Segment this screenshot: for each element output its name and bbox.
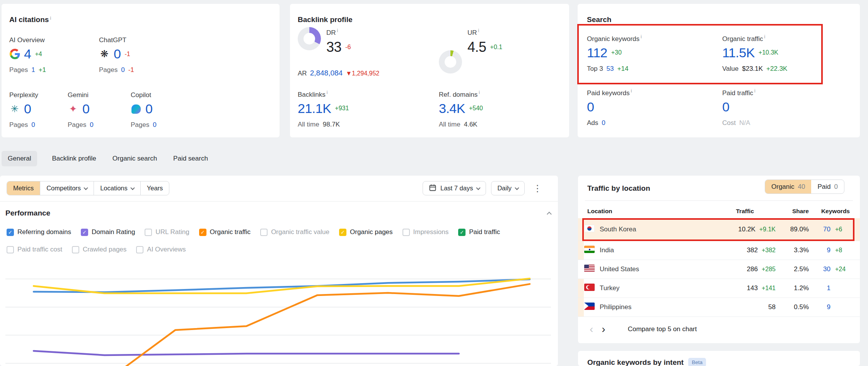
backlink-profile-card: Backlink profile DRi 33-6 AR 2,848,084 ▼… — [290, 4, 569, 137]
search-title: Search — [587, 15, 611, 24]
copilot-value[interactable]: 0 — [145, 101, 152, 116]
metric-checkbox-referring-domains[interactable]: ✓Referring domains — [7, 228, 71, 236]
ref-domains-value[interactable]: 3.4K — [439, 101, 465, 116]
table-row-turkey[interactable]: Turkey 143+141 1.2% 1 — [578, 279, 860, 298]
gemini-icon: ✦ — [68, 104, 78, 115]
beta-badge: Beta — [688, 358, 706, 366]
keywords-link[interactable]: 9 — [827, 246, 830, 254]
backlinks-stat: Backlinksi 21.1K+931 All time98.7K — [298, 90, 349, 128]
metric-checkbox-organic-pages[interactable]: ✓Organic pages — [339, 228, 393, 236]
metric-checkbox-ai-overviews[interactable]: AI Overviews — [136, 246, 186, 253]
table-row-united-states[interactable]: United States 286+285 2.5% 30 +24 — [578, 260, 860, 279]
row-highlight-strip — [578, 279, 584, 298]
metric-checkbox-paid-traffic[interactable]: ✓Paid traffic — [458, 228, 500, 236]
years-filter-button[interactable]: Years — [140, 181, 169, 195]
metric-checkbox-impressions[interactable]: Impressions — [402, 228, 449, 236]
table-header-row: Location Traffic Share Keywords — [578, 204, 860, 218]
info-icon[interactable]: i — [631, 88, 632, 94]
competitors-filter-button[interactable]: Competitors — [40, 181, 94, 195]
table-footer: ‹ › Compare top 5 on chart — [578, 317, 860, 336]
paid-traffic-stat: Paid traffici 0 CostN/A — [722, 88, 755, 127]
copilot-stat: Copilot 0 Pages0 — [131, 91, 187, 129]
locations-filter-button[interactable]: Locations — [94, 181, 140, 195]
divider — [0, 201, 558, 202]
perplexity-value[interactable]: 0 — [24, 101, 31, 116]
chevron-down-icon — [130, 185, 135, 190]
ads-link[interactable]: 0 — [602, 119, 605, 127]
keywords-link[interactable]: 70 — [823, 226, 830, 233]
keywords-link[interactable]: 9 — [827, 303, 830, 311]
check-icon: ✓ — [341, 229, 345, 235]
performance-chart[interactable] — [0, 255, 558, 366]
organic-toggle-button[interactable]: Organic40 — [765, 180, 811, 193]
keywords-link[interactable]: 30 — [823, 265, 830, 273]
tab-organic-search[interactable]: Organic search — [111, 151, 159, 166]
chevron-down-icon — [84, 185, 88, 190]
more-options-icon[interactable]: ⋮ — [533, 184, 542, 193]
metric-checkbox-domain-rating[interactable]: ✓Domain Rating — [81, 228, 135, 236]
report-tabs: General Backlink profile Organic search … — [2, 151, 210, 166]
tab-general[interactable]: General — [2, 151, 37, 166]
check-icon: ✓ — [460, 229, 464, 235]
flag-philippines-icon — [584, 303, 595, 310]
pages-link[interactable]: 0 — [31, 121, 35, 129]
top3-link[interactable]: 53 — [607, 65, 614, 73]
chevron-down-icon — [515, 185, 519, 190]
location-name: United States — [600, 265, 710, 273]
tab-backlink-profile[interactable]: Backlink profile — [50, 151, 97, 166]
keywords-link[interactable]: 1 — [827, 284, 830, 292]
ai-overview-value[interactable]: 4 — [24, 46, 31, 62]
next-page-icon[interactable]: › — [602, 324, 605, 335]
overview-panel: Metrics Competitors Locations Years Last… — [0, 176, 558, 366]
location-name: South Korea — [600, 226, 710, 233]
previous-page-icon[interactable]: ‹ — [590, 324, 593, 335]
metric-checkbox-row-1: ✓Referring domains ✓Domain Rating URL Ra… — [7, 228, 500, 236]
pages-link[interactable]: 0 — [90, 121, 93, 129]
pages-link[interactable]: 0 — [153, 121, 156, 129]
chatgpt-stat: ChatGPT ❋ 0 -1 Pages0-1 — [99, 36, 186, 74]
metric-checkbox-organic-traffic-value[interactable]: Organic traffic value — [260, 228, 329, 236]
traffic-by-location-title: Traffic by location — [587, 184, 650, 193]
pages-link[interactable]: 0 — [121, 66, 124, 74]
metric-checkbox-url-rating[interactable]: URL Rating — [145, 228, 189, 236]
table-row-india[interactable]: India 382+382 3.3% 9 +8 — [578, 241, 860, 260]
info-icon[interactable]: i — [641, 34, 642, 39]
metric-checkbox-organic-traffic[interactable]: ✓Organic traffic — [199, 228, 251, 236]
copilot-icon — [131, 104, 142, 115]
ahrefs-rank-link[interactable]: 2,848,084 — [310, 69, 343, 77]
organic-traffic-value[interactable]: 11.5K — [722, 45, 755, 60]
info-icon[interactable]: i — [478, 28, 479, 33]
metric-checkbox-crawled-pages[interactable]: Crawled pages — [72, 246, 126, 253]
chatgpt-value[interactable]: 0 — [114, 46, 121, 62]
table-row-south-korea[interactable]: South Korea 10.2K+9.1K 89.0% 70 +6 — [578, 218, 860, 241]
backlink-profile-title: Backlink profile — [298, 15, 353, 24]
info-icon[interactable]: i — [754, 88, 755, 94]
calendar-icon — [429, 184, 437, 193]
info-icon[interactable]: i — [327, 90, 328, 95]
ahrefs-rank-row: AR 2,848,084 ▼1,294,952 — [298, 69, 379, 77]
backlinks-value[interactable]: 21.1K — [298, 101, 331, 116]
gemini-value[interactable]: 0 — [82, 101, 89, 116]
location-table: Location Traffic Share Keywords South Ko… — [578, 204, 860, 336]
pages-link[interactable]: 1 — [31, 66, 35, 74]
info-icon[interactable]: i — [50, 15, 51, 21]
column-location: Location — [578, 208, 710, 215]
metric-checkbox-paid-traffic-cost[interactable]: Paid traffic cost — [7, 246, 62, 253]
date-range-button[interactable]: Last 7 days — [423, 181, 486, 195]
table-row-philippines[interactable]: Philippines 58 0.5% 9 — [578, 298, 860, 317]
tab-paid-search[interactable]: Paid search — [172, 151, 210, 166]
flag-india-icon — [584, 246, 595, 253]
flag-turkey-icon — [584, 284, 595, 291]
paid-toggle-button[interactable]: Paid0 — [811, 180, 844, 193]
metrics-filter-button[interactable]: Metrics — [7, 181, 40, 195]
info-icon[interactable]: i — [337, 28, 338, 33]
organic-keywords-value[interactable]: 112 — [587, 45, 607, 60]
info-icon[interactable]: i — [479, 90, 480, 95]
paid-keywords-value[interactable]: 0 — [587, 99, 594, 115]
metric-checkbox-row-2: Paid traffic cost Crawled pages AI Overv… — [7, 246, 186, 253]
paid-traffic-value[interactable]: 0 — [722, 99, 729, 115]
collapse-section-icon[interactable] — [547, 212, 552, 217]
granularity-button[interactable]: Daily — [491, 181, 525, 195]
compare-top5-link[interactable]: Compare top 5 on chart — [628, 325, 697, 333]
info-icon[interactable]: i — [764, 34, 766, 39]
